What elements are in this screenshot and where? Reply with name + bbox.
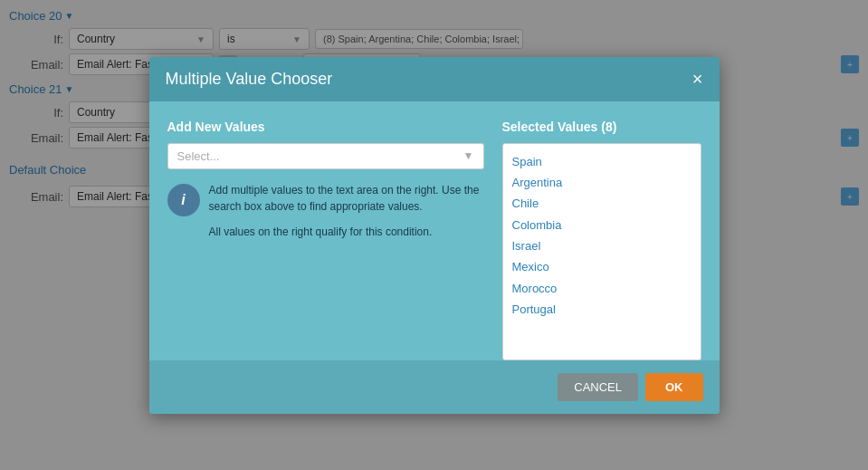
- list-item: Morocco: [512, 278, 692, 299]
- list-item: Argentina: [512, 172, 692, 193]
- modal-overlay: Multiple Value Chooser × Add New Values …: [0, 0, 868, 470]
- selected-values-title: Selected Values (8): [502, 120, 701, 134]
- modal-body: Add New Values Select... ▼ i Add multipl…: [149, 101, 720, 360]
- add-new-values-title: Add New Values: [167, 120, 484, 134]
- list-item: Colombia: [512, 215, 692, 235]
- list-item: Chile: [512, 193, 692, 214]
- multiple-value-chooser-modal: Multiple Value Chooser × Add New Values …: [149, 57, 720, 414]
- list-item: Israel: [512, 235, 692, 256]
- select-placeholder: Select...: [177, 149, 220, 163]
- modal-right-panel: Selected Values (8) SpainArgentinaChileC…: [502, 120, 701, 360]
- list-item: Mexico: [512, 256, 692, 277]
- info-box: i Add multiple values to the text area o…: [167, 182, 484, 240]
- selected-values-list: SpainArgentinaChileColombiaIsraelMexicoM…: [502, 143, 701, 360]
- info-text: Add multiple values to the text area on …: [209, 182, 484, 240]
- cancel-button[interactable]: CANCEL: [558, 373, 638, 401]
- modal-left-panel: Add New Values Select... ▼ i Add multipl…: [167, 120, 484, 360]
- modal-title: Multiple Value Chooser: [166, 70, 333, 89]
- info-line-1: Add multiple values to the text area on …: [209, 182, 484, 215]
- ok-button[interactable]: OK: [645, 373, 703, 401]
- value-search-select[interactable]: Select... ▼: [167, 143, 484, 169]
- info-icon: i: [167, 184, 200, 216]
- list-item: Portugal: [512, 299, 692, 320]
- modal-footer: CANCEL OK: [149, 360, 720, 414]
- select-down-arrow: ▼: [463, 149, 474, 162]
- info-line-2: All values on the right qualify for this…: [209, 224, 484, 240]
- list-item: Spain: [512, 151, 692, 172]
- modal-header: Multiple Value Chooser ×: [149, 57, 720, 101]
- modal-close-button[interactable]: ×: [692, 70, 703, 88]
